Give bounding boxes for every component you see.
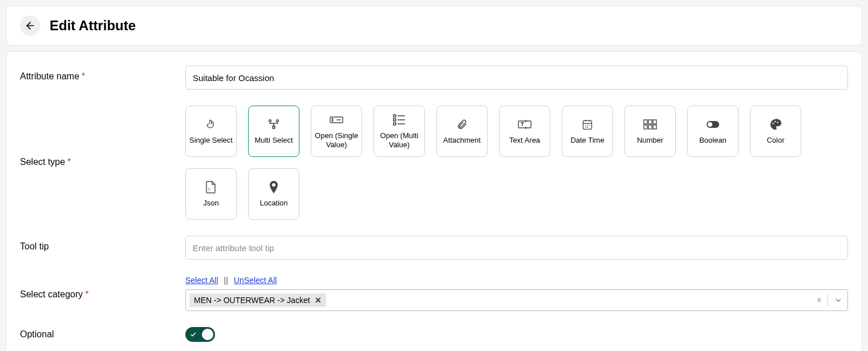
svg-point-32	[777, 122, 778, 123]
unselect-all-link[interactable]: UnSelect All	[234, 276, 277, 285]
attribute-name-input[interactable]	[185, 66, 848, 90]
divider	[828, 294, 828, 306]
arrow-left-icon	[25, 20, 36, 31]
label-text: Select category	[20, 289, 83, 299]
label-text: Optional	[20, 329, 54, 339]
label-select-category: Select category*	[20, 276, 185, 300]
required-asterisk: *	[85, 289, 88, 299]
type-label: Boolean	[699, 136, 727, 145]
row-optional: Optional	[20, 327, 848, 342]
label-text: Tool tip	[20, 241, 49, 251]
svg-point-30	[772, 123, 773, 124]
json-file-icon: {}	[206, 181, 216, 193]
toggle-knob	[202, 329, 213, 340]
type-text-area[interactable]: Text Area	[499, 106, 550, 157]
type-single-select[interactable]: Single Select	[185, 106, 237, 157]
type-label: Attachment	[443, 136, 481, 145]
type-number[interactable]: Number	[624, 106, 676, 157]
page-title: Edit Attribute	[50, 18, 136, 34]
svg-rect-26	[648, 125, 652, 129]
chip-label: MEN -> OUTERWEAR -> Jacket	[194, 296, 310, 305]
label-tool-tip: Tool tip	[20, 236, 185, 252]
type-label: Color	[766, 136, 784, 145]
category-links: Select All || UnSelect All	[185, 276, 848, 285]
type-label: Single Select	[189, 136, 233, 145]
svg-rect-27	[653, 125, 656, 129]
calendar-icon	[582, 119, 593, 130]
type-open-single[interactable]: Open (Single Value)	[311, 106, 362, 157]
svg-rect-4	[394, 115, 396, 117]
type-open-multi[interactable]: Open (Multi Value)	[374, 106, 425, 157]
category-chip: MEN -> OUTERWEAR -> Jacket ✕	[189, 293, 326, 307]
tool-tip-input[interactable]	[185, 236, 848, 260]
form-card: Attribute name* Select type* Single Sele…	[6, 51, 862, 351]
number-icon	[643, 119, 657, 130]
paperclip-icon	[456, 119, 468, 130]
check-icon	[190, 331, 197, 338]
type-label: Multi Select	[254, 136, 293, 145]
palette-icon	[769, 118, 782, 131]
svg-point-29	[708, 122, 712, 127]
select-controls: ×	[817, 294, 843, 306]
row-tool-tip: Tool tip	[20, 236, 848, 260]
type-color[interactable]: Color	[750, 106, 801, 157]
list-icon	[393, 114, 405, 126]
row-select-category: Select category* Select All || UnSelect …	[20, 276, 848, 311]
required-asterisk: *	[67, 157, 71, 167]
svg-rect-24	[653, 120, 656, 124]
chevron-down-icon[interactable]	[834, 296, 843, 305]
svg-rect-23	[648, 120, 652, 124]
label-select-type: Select type*	[20, 106, 185, 167]
type-label: Date Time	[570, 136, 604, 145]
location-pin-icon	[269, 181, 279, 193]
type-label: Location	[259, 199, 287, 208]
clear-all-button[interactable]: ×	[817, 295, 822, 305]
type-label: Text Area	[509, 136, 540, 145]
svg-point-1	[269, 120, 271, 122]
svg-text:{}: {}	[208, 187, 210, 191]
page-header: Edit Attribute	[6, 6, 862, 46]
back-button[interactable]	[20, 15, 40, 36]
type-boolean[interactable]: Boolean	[687, 106, 739, 157]
label-attribute-name: Attribute name*	[20, 66, 185, 82]
type-grid: Single Select Multi Select Open (Single …	[185, 106, 848, 220]
text-field-icon	[330, 115, 343, 125]
multi-select-icon	[267, 119, 280, 130]
required-asterisk: *	[82, 71, 85, 81]
svg-rect-25	[644, 125, 647, 129]
svg-rect-6	[394, 123, 396, 125]
type-attachment[interactable]: Attachment	[436, 106, 488, 157]
row-attribute-name: Attribute name*	[20, 66, 848, 90]
toggle-icon	[706, 120, 720, 128]
svg-point-2	[277, 120, 279, 122]
type-multi-select[interactable]: Multi Select	[248, 106, 299, 157]
hand-pointer-icon	[205, 119, 217, 130]
svg-rect-5	[394, 119, 396, 121]
chip-remove-button[interactable]: ✕	[315, 296, 322, 305]
optional-toggle[interactable]	[185, 327, 215, 342]
type-label: Number	[637, 136, 663, 145]
type-location[interactable]: Location	[248, 168, 299, 220]
svg-rect-10	[518, 121, 531, 128]
svg-rect-13	[583, 121, 592, 130]
svg-point-31	[774, 121, 776, 122]
label-text: Attribute name	[20, 71, 79, 81]
label-text: Select type	[20, 157, 65, 167]
text-area-icon	[518, 119, 532, 130]
row-select-type: Select type* Single Select Multi Select …	[20, 106, 848, 220]
type-date-time[interactable]: Date Time	[562, 106, 613, 157]
label-optional: Optional	[20, 329, 185, 340]
svg-rect-22	[644, 120, 647, 124]
type-json[interactable]: {} Json	[185, 168, 237, 220]
type-label: Open (Single Value)	[315, 131, 358, 149]
select-all-link[interactable]: Select All	[185, 276, 218, 285]
type-label: Open (Multi Value)	[378, 131, 421, 149]
type-label: Json	[203, 199, 218, 208]
separator: ||	[224, 276, 228, 285]
category-select[interactable]: MEN -> OUTERWEAR -> Jacket ✕ ×	[185, 289, 848, 311]
